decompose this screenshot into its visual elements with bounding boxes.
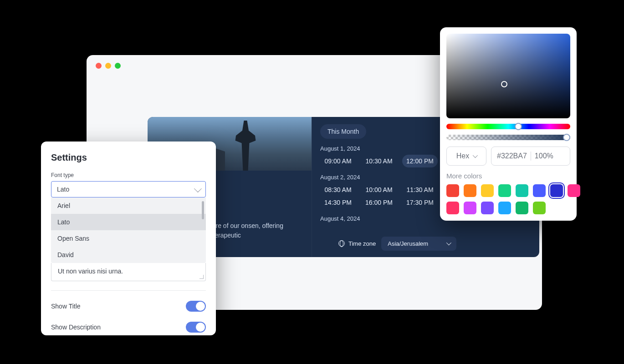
- more-colors-label: More colors: [446, 172, 570, 180]
- timezone-value: Asia/Jerusalem: [388, 240, 428, 247]
- time-slot[interactable]: 16:00 PM: [361, 196, 397, 209]
- show-title-row: Show Title: [51, 301, 206, 312]
- timezone-label-text: Time zone: [348, 240, 376, 247]
- color-swatch[interactable]: [533, 202, 546, 214]
- chevron-down-icon: [473, 153, 478, 158]
- window-minimize-button[interactable]: [105, 63, 111, 69]
- textarea-value: Ut non varius nisi urna.: [58, 268, 123, 275]
- time-slot[interactable]: 10:30 AM: [361, 155, 397, 167]
- time-slot[interactable]: 12:00 PM: [402, 155, 438, 167]
- color-swatch[interactable]: [446, 184, 459, 197]
- color-swatch[interactable]: [498, 184, 511, 197]
- hex-value: #322BA7: [497, 152, 527, 160]
- format-select[interactable]: Hex: [446, 147, 486, 166]
- sv-cursor[interactable]: [501, 81, 507, 87]
- font-option[interactable]: Open Sans: [51, 230, 206, 247]
- settings-title: Settings: [51, 152, 206, 163]
- show-description-label: Show Description: [51, 324, 101, 331]
- separator: [531, 152, 531, 161]
- format-row: Hex #322BA7 100%: [446, 147, 570, 166]
- color-swatch[interactable]: [481, 202, 494, 214]
- color-swatch[interactable]: [516, 202, 528, 214]
- color-swatch[interactable]: [533, 184, 546, 197]
- timezone-label: Time zone: [338, 240, 376, 247]
- alpha-slider[interactable]: [446, 135, 570, 140]
- chevron-down-icon: [446, 240, 451, 245]
- this-month-pill[interactable]: This Month: [320, 124, 366, 139]
- show-title-toggle[interactable]: [186, 301, 206, 312]
- time-slot[interactable]: 09:00 AM: [320, 155, 356, 167]
- font-type-label: Font type: [51, 172, 206, 178]
- font-select[interactable]: Lato: [51, 181, 206, 197]
- window-maximize-button[interactable]: [115, 63, 121, 69]
- saturation-value-area[interactable]: [446, 34, 570, 118]
- timezone-select[interactable]: Asia/Jerusalem: [381, 237, 456, 251]
- color-swatch[interactable]: [481, 184, 494, 197]
- font-option[interactable]: Lato: [51, 214, 206, 230]
- divider: [51, 290, 206, 291]
- hue-thumb[interactable]: [515, 123, 522, 130]
- timezone-bar: Time zone Asia/Jerusalem: [320, 235, 531, 257]
- show-description-row: Show Description: [51, 322, 206, 333]
- time-slot[interactable]: 14:30 PM: [320, 196, 356, 209]
- font-dropdown: ArielLatoOpen SansDavid: [51, 197, 206, 263]
- show-title-label: Show Title: [51, 303, 81, 310]
- opacity-value: 100%: [535, 152, 553, 160]
- color-swatch[interactable]: [498, 202, 511, 214]
- color-swatch[interactable]: [464, 184, 476, 197]
- color-swatch[interactable]: [516, 184, 528, 197]
- format-label: Hex: [456, 152, 469, 160]
- font-option[interactable]: David: [51, 247, 206, 263]
- time-slot[interactable]: 10:00 AM: [361, 183, 397, 196]
- show-description-toggle[interactable]: [186, 322, 206, 333]
- alpha-thumb[interactable]: [563, 134, 570, 141]
- hero-lantern-silhouette: [230, 121, 261, 171]
- color-swatch[interactable]: [446, 202, 459, 214]
- font-select-value: Lato: [57, 186, 69, 193]
- globe-icon: [338, 240, 345, 247]
- time-slot[interactable]: 08:30 AM: [320, 183, 356, 196]
- color-swatch[interactable]: [464, 202, 476, 214]
- hue-slider[interactable]: [446, 124, 570, 129]
- settings-panel: Settings Font type Lato ArielLatoOpen Sa…: [41, 142, 216, 335]
- time-slot[interactable]: 11:30 AM: [402, 183, 438, 196]
- dropdown-scrollbar[interactable]: [202, 201, 204, 219]
- swatch-grid: [446, 184, 570, 214]
- time-slot[interactable]: 17:30 PM: [402, 196, 438, 209]
- window-close-button[interactable]: [96, 63, 102, 69]
- chevron-down-icon: [194, 185, 202, 192]
- color-swatch[interactable]: [550, 184, 563, 197]
- font-option[interactable]: Ariel: [51, 197, 206, 214]
- color-value-field[interactable]: #322BA7 100%: [491, 147, 570, 166]
- description-textarea[interactable]: Ut non varius nisi urna.: [51, 263, 206, 281]
- color-picker-panel: Hex #322BA7 100% More colors: [440, 27, 577, 221]
- color-swatch[interactable]: [568, 184, 580, 197]
